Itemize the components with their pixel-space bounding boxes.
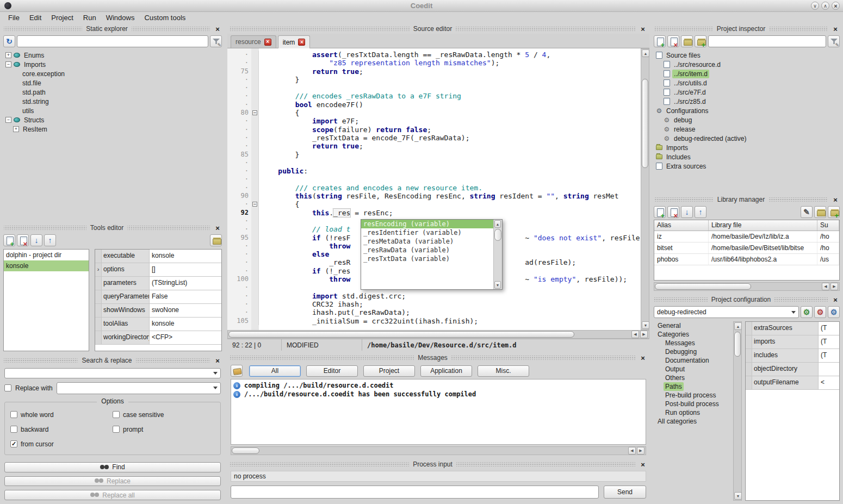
code-text[interactable]: "z85 representation length mismatches"); <box>259 59 499 67</box>
category-item[interactable]: Paths <box>654 382 732 391</box>
gutter-line-number[interactable]: 85 <box>227 151 251 159</box>
checkbox-icon[interactable] <box>113 426 120 433</box>
replace-all-button[interactable]: Replace all <box>4 490 221 500</box>
remove-source-button[interactable] <box>667 35 679 47</box>
tree-item[interactable]: Imports <box>654 143 840 152</box>
code-line[interactable]: · /// creates and encodes a new resource… <box>227 184 641 192</box>
code-text[interactable] <box>259 159 261 167</box>
remove-tool-button[interactable] <box>17 234 29 246</box>
remove-library-button[interactable] <box>667 206 679 218</box>
fold-column[interactable] <box>251 292 259 300</box>
reset-configuration-button[interactable] <box>814 306 826 318</box>
category-item[interactable]: All categories <box>654 417 732 426</box>
tree-item[interactable]: ../src/resource.d <box>654 60 840 69</box>
category-item[interactable]: Post-build process <box>654 400 732 408</box>
code-text[interactable]: else <box>259 250 329 258</box>
library-add-folder-button[interactable] <box>828 206 840 218</box>
property-value[interactable]: [] <box>150 263 221 276</box>
code-line[interactable]: · <box>227 84 641 92</box>
code-text[interactable]: return true; <box>259 67 363 76</box>
table-column-header[interactable]: Su <box>817 220 839 231</box>
gutter-line-number[interactable]: · <box>227 59 251 67</box>
code-line[interactable]: · "z85 representation length mismatches"… <box>227 59 641 67</box>
code-text[interactable]: } <box>259 151 299 159</box>
checkbox-icon[interactable] <box>10 440 17 447</box>
tool-folder-button[interactable] <box>210 234 222 246</box>
property-value[interactable] <box>819 363 839 376</box>
tree-item[interactable]: std.file <box>3 78 222 88</box>
scroll-thumb[interactable] <box>228 331 574 338</box>
code-line[interactable]: · <box>227 175 641 183</box>
gutter-line-number[interactable]: · <box>227 126 251 134</box>
scroll-down-icon[interactable]: ▼ <box>494 281 501 289</box>
tree-item[interactable]: Includes <box>654 152 840 161</box>
tree-item[interactable]: − Imports <box>3 60 222 69</box>
fold-column[interactable] <box>251 59 259 67</box>
tree-item[interactable]: ../src/e7F.d <box>654 88 840 97</box>
property-row[interactable]: outputFilename < <box>746 376 839 390</box>
fold-column[interactable] <box>251 167 259 175</box>
scroll-thumb[interactable] <box>494 229 501 241</box>
category-item[interactable]: Documentation <box>654 356 732 365</box>
code-text[interactable]: ihash.put(_resRawData); <box>259 308 410 316</box>
fold-column[interactable] <box>251 242 259 250</box>
messages-filter-button[interactable]: Misc. <box>478 365 529 377</box>
tree-item[interactable]: debug <box>654 115 840 125</box>
category-item[interactable]: Debugging <box>654 347 732 356</box>
table-row[interactable]: iz /home/basile/Dev/Iz/lib/iz.a /ho <box>654 231 839 242</box>
gutter-line-number[interactable]: · <box>227 175 251 183</box>
code-text[interactable]: import std.digest.crc; <box>259 292 406 300</box>
search-combo[interactable] <box>4 368 221 378</box>
gutter-line-number[interactable]: · <box>227 117 251 125</box>
move-tool-up-button[interactable] <box>44 234 56 246</box>
scroll-left-icon[interactable]: ◀ <box>628 447 636 455</box>
code-text[interactable]: bool encodee7F() <box>259 101 363 109</box>
scroll-right-icon[interactable]: ▶ <box>640 331 648 338</box>
close-panel-button[interactable] <box>832 25 839 33</box>
code-text[interactable]: /// encodes _resRawData to a e7F string <box>259 92 461 100</box>
move-tool-down-button[interactable] <box>30 234 42 246</box>
window-maximize-button[interactable] <box>821 2 829 10</box>
tool-list-item[interactable]: dolphin - project dir <box>4 250 89 260</box>
property-row[interactable]: toolAlias konsole <box>95 318 221 331</box>
table-row[interactable]: bitset /home/basile/Dev/Bitset/lib/bitse… <box>654 242 839 254</box>
messages-filter-button[interactable]: Application <box>420 365 472 377</box>
expander-icon[interactable]: + <box>13 126 19 132</box>
gutter-line-number[interactable]: · <box>227 292 251 300</box>
editor-tab[interactable]: resource <box>231 35 276 48</box>
completion-item[interactable]: _resIdentifier (variable) <box>361 228 493 237</box>
code-line[interactable]: 85 } <box>227 151 641 159</box>
gutter-line-number[interactable]: · <box>227 101 251 109</box>
categories-scrollbar[interactable]: ▲ ▼ <box>733 321 742 501</box>
tree-item[interactable]: + Enums <box>3 51 222 60</box>
code-text[interactable]: throw <box>259 242 350 250</box>
send-button[interactable]: Send <box>604 486 646 499</box>
menu-item[interactable]: File <box>3 13 24 23</box>
code-line[interactable]: · ihash.put(_resRawData); <box>227 308 641 316</box>
fold-marker-icon[interactable]: − <box>252 110 257 115</box>
fold-column[interactable] <box>251 258 259 266</box>
filter-button[interactable] <box>828 35 840 47</box>
completion-item[interactable]: _resTxtData (variable) <box>361 254 493 263</box>
close-panel-button[interactable] <box>639 25 647 33</box>
scroll-right-icon[interactable]: ▶ <box>830 283 838 290</box>
fold-column[interactable] <box>251 151 259 159</box>
category-item[interactable]: Output <box>654 365 732 374</box>
add-tool-button[interactable] <box>3 234 15 246</box>
code-line[interactable]: 90 this(string resFile, ResEncoding resE… <box>227 192 641 200</box>
message-row[interactable]: /.../build/resource.d.coedit has been su… <box>233 390 643 399</box>
property-row[interactable]: objectDirectory <box>746 363 839 376</box>
sync-configuration-button[interactable] <box>801 306 813 318</box>
gutter-line-number[interactable]: 100 <box>227 275 251 283</box>
fold-column[interactable] <box>251 234 259 242</box>
move-library-up-button[interactable] <box>695 206 706 218</box>
search-option-checkbox[interactable]: whole word <box>10 411 113 419</box>
gutter-line-number[interactable]: 105 <box>227 317 251 325</box>
fold-column[interactable] <box>251 184 259 192</box>
completion-item[interactable]: _resMetaData (variable) <box>361 237 493 246</box>
refresh-button[interactable] <box>3 35 15 47</box>
gutter-line-number[interactable]: 95 <box>227 234 251 242</box>
code-text[interactable]: { <box>259 200 299 208</box>
library-horizontal-scrollbar[interactable]: ◀ ▶ <box>654 282 840 291</box>
tree-item[interactable]: Extra sources <box>654 161 840 171</box>
